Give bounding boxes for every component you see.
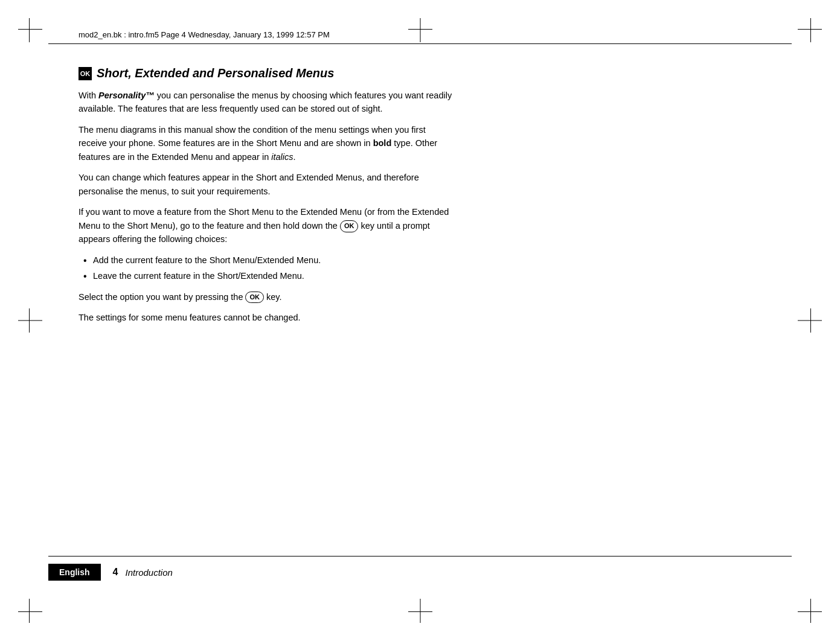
paragraph-3: You can change which features appear in … — [79, 171, 453, 198]
ok-button-inline-1: OK — [340, 220, 359, 232]
crop-mark-br-v — [810, 599, 811, 623]
crop-mark-bl-h — [18, 611, 42, 612]
paragraph-5: Select the option you want by pressing t… — [79, 290, 453, 304]
paragraph-4: If you want to move a feature from the S… — [79, 205, 453, 246]
ok-icon: OK — [79, 67, 92, 80]
crop-mark-mr-h — [798, 320, 822, 321]
crop-mark-tm-v — [420, 18, 420, 42]
section-title: Short, Extended and Personalised Menus — [97, 66, 334, 80]
footer-page-number: 4 — [113, 567, 118, 578]
footer-section-name: Introduction — [125, 567, 172, 578]
main-content: OK Short, Extended and Personalised Menu… — [79, 66, 761, 544]
paragraph-2: The menu diagrams in this manual show th… — [79, 123, 453, 164]
paragraph-6: The settings for some menu features cann… — [79, 311, 453, 324]
crop-mark-ml-v — [29, 308, 30, 333]
crop-mark-tr-h — [798, 29, 822, 30]
list-item: Leave the current feature in the Short/E… — [79, 269, 453, 282]
footer: English 4 Introduction — [48, 564, 792, 581]
personality-trademark: Personality™ — [98, 91, 155, 100]
bold-text: bold — [373, 138, 392, 148]
footer-line — [48, 556, 792, 556]
footer-language: English — [48, 564, 101, 581]
section-heading: OK Short, Extended and Personalised Menu… — [79, 66, 761, 80]
crop-mark-mr-v — [810, 308, 811, 333]
ok-button-inline-2: OK — [245, 292, 264, 303]
italic-text: italics — [271, 152, 293, 162]
header-line — [48, 43, 792, 44]
crop-mark-tl-v — [29, 18, 30, 42]
paragraph-1: With Personality™ you can personalise th… — [79, 89, 453, 116]
list-item: Add the current feature to the Short Men… — [79, 254, 453, 267]
crop-mark-br-h — [798, 611, 822, 612]
crop-mark-ml-h — [18, 320, 42, 321]
header-text: mod2_en.bk : intro.fm5 Page 4 Wednesday,… — [79, 30, 330, 39]
crop-mark-bm-v — [420, 599, 420, 623]
crop-mark-tr-v — [810, 18, 811, 42]
bullet-list: Add the current feature to the Short Men… — [79, 254, 453, 283]
crop-mark-tl-h — [18, 29, 42, 30]
crop-mark-bl-v — [29, 599, 30, 623]
